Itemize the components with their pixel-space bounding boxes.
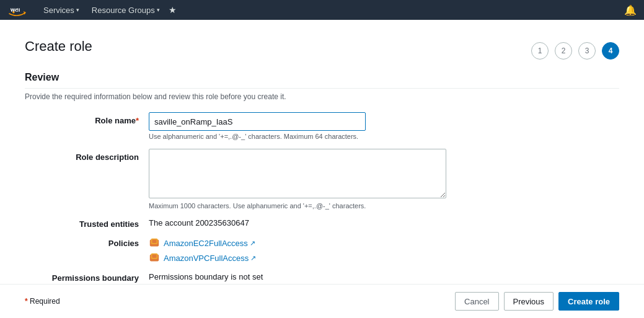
notifications-icon[interactable]: 🔔 (624, 4, 637, 16)
required-star: * (25, 297, 30, 306)
step-3: 3 (578, 42, 596, 60)
review-section-desc: Provide the required information below a… (25, 92, 619, 101)
review-section-title: Review (25, 72, 619, 89)
services-label: Services (43, 6, 74, 15)
policies-label: Policies (25, 237, 149, 248)
policy-name-ec2: AmazonEC2FullAccess (164, 239, 248, 248)
top-navigation: Services ▾ Resource Groups ▾ ★ 🔔 (0, 0, 644, 20)
role-name-label: Role name* (25, 112, 149, 125)
services-arrow: ▾ (76, 7, 79, 13)
policies-row: Policies AmazonEC2FullAccess ↗ (25, 237, 619, 263)
bookmarks-icon[interactable]: ★ (169, 5, 177, 15)
role-description-control: Maximum 1000 characters. Use alphanumeri… (149, 149, 619, 210)
trusted-entities-value: The account 200235630647 (149, 218, 249, 227)
policy-item-1: AmazonVPCFullAccess ↗ (149, 252, 256, 263)
trusted-entities-row: Trusted entities The account 20023563064… (25, 218, 619, 229)
role-name-input[interactable] (149, 112, 366, 131)
resource-groups-menu[interactable]: Resource Groups ▾ (88, 0, 164, 20)
role-description-hint: Maximum 1000 characters. Use alphanumeri… (149, 202, 619, 210)
resource-groups-arrow: ▾ (157, 7, 160, 13)
page-title: Create role (25, 38, 92, 55)
role-name-control: Use alphanumeric and '+=,.@-_' character… (149, 112, 619, 140)
role-description-row: Role description Maximum 1000 characters… (25, 149, 619, 210)
permissions-boundary-row: Permissions boundary Permissions boundar… (25, 272, 619, 283)
permissions-boundary-label: Permissions boundary (25, 272, 149, 283)
policy-link-vpc[interactable]: AmazonVPCFullAccess ↗ (164, 254, 256, 263)
resource-groups-label: Resource Groups (92, 6, 155, 15)
create-role-button[interactable]: Create role (558, 292, 619, 311)
role-name-hint: Use alphanumeric and '+=,.@-_' character… (149, 133, 619, 140)
step-indicators: 1 2 3 4 (531, 42, 619, 60)
aws-logo[interactable] (7, 3, 30, 17)
svg-rect-2 (152, 240, 156, 243)
ext-link-icon-ec2: ↗ (250, 239, 255, 247)
policy-item-0: AmazonEC2FullAccess ↗ (149, 237, 256, 249)
footer-bar: * Required Cancel Previous Create role (0, 284, 644, 318)
footer-buttons: Cancel Previous Create role (455, 292, 619, 311)
page-header: Create role 1 2 3 4 (25, 38, 619, 60)
policy-icon-0 (149, 237, 160, 249)
services-menu[interactable]: Services ▾ (40, 0, 83, 20)
policies-list: AmazonEC2FullAccess ↗ AmazonVPCFullAcces… (149, 237, 256, 263)
svg-rect-5 (152, 255, 156, 258)
required-text: Required (30, 297, 60, 306)
step-2: 2 (555, 42, 572, 60)
policy-link-ec2[interactable]: AmazonEC2FullAccess ↗ (164, 239, 255, 248)
permissions-boundary-value: Permissions boundary is not set (149, 272, 263, 281)
role-description-textarea[interactable] (149, 149, 446, 198)
previous-button[interactable]: Previous (504, 292, 554, 311)
cancel-button[interactable]: Cancel (455, 292, 498, 311)
trusted-entities-label: Trusted entities (25, 218, 149, 229)
role-name-row: Role name* Use alphanumeric and '+=,.@-_… (25, 112, 619, 140)
step-1: 1 (531, 42, 549, 60)
policy-name-vpc: AmazonVPCFullAccess (164, 254, 249, 263)
policy-icon-1 (149, 252, 160, 263)
required-note: * Required (25, 297, 60, 306)
main-content: Create role 1 2 3 4 Review Provide the r… (0, 20, 644, 318)
role-description-label: Role description (25, 149, 149, 162)
step-4: 4 (602, 42, 619, 60)
ext-link-icon-vpc: ↗ (250, 254, 256, 262)
